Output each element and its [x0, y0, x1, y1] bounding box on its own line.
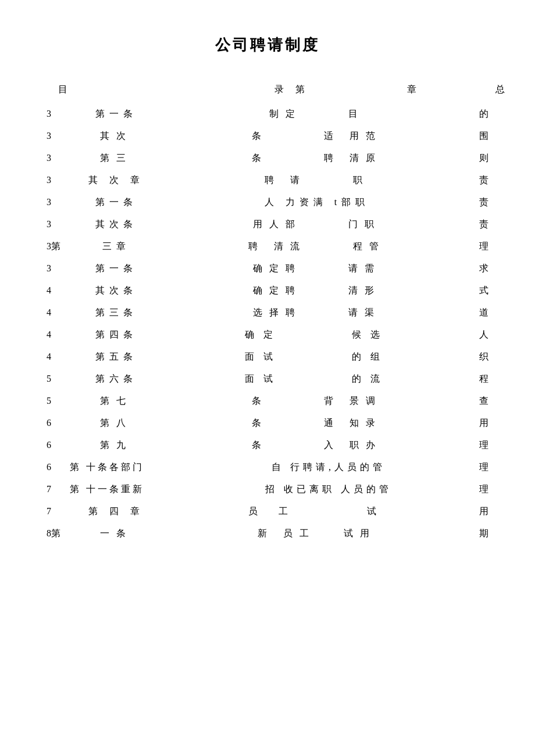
- toc-item-3b: 条 聘 清原: [169, 152, 465, 164]
- toc-item-8c: 求: [465, 263, 488, 275]
- toc-item-17c: 理: [465, 461, 488, 474]
- toc-item-9b: 确定聘 清形: [169, 285, 465, 297]
- toc-num-1: 3: [47, 109, 64, 119]
- toc-item-11b: 确定 候选: [169, 329, 465, 341]
- toc-item-5a: 第一条: [64, 196, 169, 209]
- toc-item-6b: 用人部 门职: [169, 218, 465, 231]
- toc-num-20: 8第: [47, 528, 64, 540]
- toc-header-left: 目 录: [47, 84, 295, 96]
- toc-item-1b: 制定 目: [169, 108, 465, 120]
- toc-item-7a: 三章: [64, 241, 169, 253]
- toc-item-12c: 织: [465, 351, 488, 363]
- toc-item-9a: 其次条: [64, 285, 169, 297]
- toc-item-12b: 面试 的组: [169, 351, 465, 363]
- toc-item-18a: 第 十一条重新: [64, 483, 192, 496]
- toc-num-2: 3: [47, 131, 64, 141]
- toc-item-2c: 围: [465, 130, 488, 142]
- toc-num-12: 4: [47, 352, 64, 362]
- toc-item-15b: 条 通 知录: [169, 417, 465, 429]
- toc-item-3c: 则: [465, 152, 488, 164]
- toc-item-12a: 第五条: [64, 351, 169, 363]
- toc-item-18b: 招 收已离职 人员的管: [192, 483, 465, 496]
- toc-item-9c: 式: [465, 285, 488, 297]
- toc-num-17: 6: [47, 462, 64, 472]
- toc-item-6a: 其次条: [64, 218, 169, 231]
- toc-item-11a: 第四条: [64, 329, 169, 341]
- toc-item-4c: 责: [465, 174, 488, 187]
- toc-item-4b: 聘 请 职: [169, 174, 465, 187]
- toc-item-19c: 用: [465, 506, 488, 518]
- toc-item-18c: 理: [465, 483, 488, 496]
- toc-item-20c: 期: [465, 528, 488, 540]
- toc-item-16c: 理: [465, 439, 488, 452]
- toc-num-10: 4: [47, 307, 64, 318]
- toc-item-5c: 责: [465, 196, 488, 209]
- toc-item-20b: 新 员工 试用: [169, 528, 465, 540]
- toc-item-19b: 员 工 试: [169, 506, 465, 518]
- toc-num-7: 3第: [47, 241, 64, 253]
- toc-item-1c: 的: [465, 108, 488, 120]
- toc-container: 目 录 第 章 总 则 3 第一条 制定 目 的 3 其次 条 适 用范 围 3…: [47, 78, 488, 544]
- toc-item-7b: 聘 清流 程管: [169, 241, 465, 253]
- toc-item-11c: 人: [465, 329, 488, 341]
- toc-num-14: 5: [47, 396, 64, 406]
- toc-item-15c: 用: [465, 417, 488, 429]
- toc-item-7c: 理: [465, 241, 488, 253]
- toc-num-11: 4: [47, 329, 64, 340]
- toc-item-3a: 第三: [64, 152, 169, 164]
- toc-num-5: 3: [47, 197, 64, 207]
- toc-item-17a: 第 十条各部门: [64, 461, 192, 474]
- toc-item-13b: 面试 的流: [169, 373, 465, 385]
- toc-item-17b: 自 行聘请,人员的管: [192, 461, 465, 474]
- toc-item-16a: 第九: [64, 439, 169, 452]
- toc-item-16b: 条 入 职办: [169, 439, 465, 452]
- toc-item-2b: 条 适 用范: [169, 130, 465, 142]
- toc-num-8: 3: [47, 263, 64, 274]
- toc-item-14c: 查: [465, 395, 488, 407]
- toc-num-18: 7: [47, 484, 64, 495]
- toc-item-1a: 第一条: [64, 108, 169, 120]
- toc-item-10b: 选择聘 请渠: [169, 307, 465, 319]
- toc-item-8b: 确定聘 请需: [169, 263, 465, 275]
- toc-item-13a: 第六条: [64, 373, 169, 385]
- toc-item-10a: 第三条: [64, 307, 169, 319]
- toc-item-13c: 程: [465, 373, 488, 385]
- toc-item-10c: 道: [465, 307, 488, 319]
- toc-num-15: 6: [47, 418, 64, 428]
- toc-num-19: 7: [47, 506, 64, 517]
- toc-num-6: 3: [47, 219, 64, 230]
- toc-item-14a: 第七: [64, 395, 169, 407]
- toc-item-2a: 其次: [64, 130, 169, 142]
- toc-num-4: 3: [47, 175, 64, 185]
- toc-item-14b: 条 背 景调: [169, 395, 465, 407]
- toc-item-5b: 人 力资满 t部职: [169, 196, 465, 209]
- toc-num-13: 5: [47, 374, 64, 384]
- toc-item-8a: 第一条: [64, 263, 169, 275]
- toc-item-20a: 一条: [64, 528, 169, 540]
- toc-item-6c: 责: [465, 218, 488, 231]
- toc-item-19a: 第 四 章: [64, 506, 169, 518]
- toc-header-right: 第 章 总 则: [295, 84, 535, 96]
- page-title: 公司聘请制度: [47, 35, 488, 55]
- toc-item-15a: 第八: [64, 417, 169, 429]
- toc-num-9: 4: [47, 285, 64, 296]
- toc-num-16: 6: [47, 440, 64, 450]
- toc-num-3: 3: [47, 153, 64, 163]
- toc-item-4a: 其 次 章: [64, 174, 169, 187]
